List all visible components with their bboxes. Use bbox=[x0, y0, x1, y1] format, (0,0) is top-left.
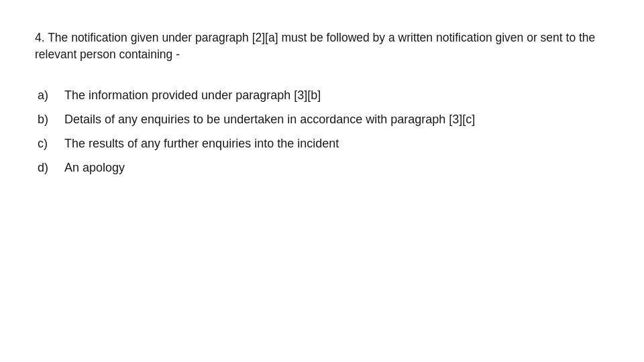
list-text-d: An apology bbox=[64, 159, 609, 176]
list-label-c: c) bbox=[35, 135, 64, 152]
list-item: a) The information provided under paragr… bbox=[35, 86, 609, 104]
list-item: c) The results of any further enquiries … bbox=[35, 135, 609, 152]
list-label-b: b) bbox=[35, 111, 64, 128]
list-text-c: The results of any further enquiries int… bbox=[64, 135, 609, 152]
list-label-d: d) bbox=[35, 159, 64, 176]
list-label-a: a) bbox=[35, 86, 64, 104]
list-text-b: Details of any enquiries to be undertake… bbox=[64, 111, 609, 128]
page: 4. The notification given under paragrap… bbox=[0, 0, 644, 362]
list-text-a: The information provided under paragraph… bbox=[64, 86, 609, 104]
list-item: b) Details of any enquiries to be undert… bbox=[35, 111, 609, 128]
intro-paragraph: 4. The notification given under paragrap… bbox=[35, 29, 609, 64]
list-item: d) An apology bbox=[35, 159, 609, 176]
list-container: a) The information provided under paragr… bbox=[35, 86, 609, 176]
